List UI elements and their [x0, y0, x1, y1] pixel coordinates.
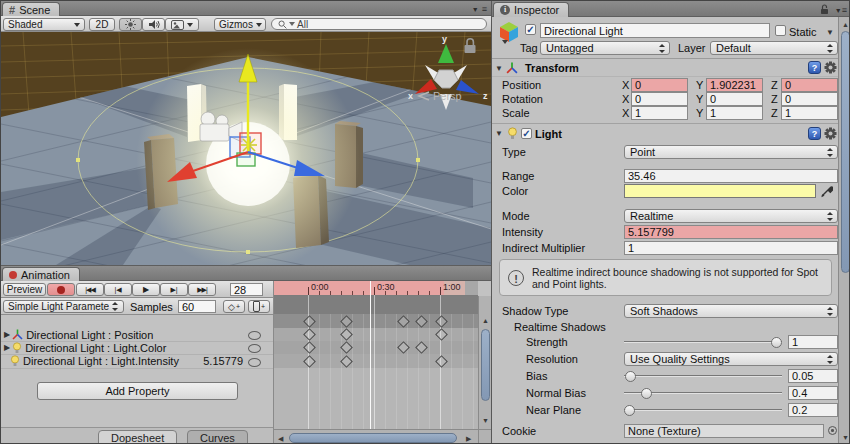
bias-slider[interactable]	[624, 369, 782, 382]
light-header[interactable]: ▼ ✓ Light ?	[492, 124, 838, 142]
gizmos-dropdown[interactable]: Gizmos	[214, 18, 266, 31]
property-value[interactable]: 5.15779	[203, 355, 243, 367]
scroll-right-icon[interactable]: ▶	[466, 435, 471, 442]
scene-panel-menu-icon[interactable]: ▼≡	[472, 4, 487, 14]
strength-slider[interactable]	[624, 335, 782, 348]
tab-scene[interactable]: # Scene	[2, 2, 60, 16]
resolution-dropdown[interactable]: Use Quality Settings	[624, 352, 838, 366]
samples-field[interactable]: 60	[178, 300, 216, 313]
audio-toggle-icon[interactable]	[142, 18, 165, 31]
scroll-down-icon[interactable]: ▼	[842, 434, 849, 441]
strength-field[interactable]: 1	[788, 335, 838, 349]
normal-bias-slider[interactable]	[624, 386, 782, 399]
add-property-button[interactable]: Add Property	[37, 382, 238, 400]
cookie-object-field[interactable]: None (Texture)	[624, 424, 824, 438]
keyframe-toggle[interactable]	[248, 331, 261, 340]
light-type-dropdown[interactable]: Point	[624, 145, 838, 159]
bias-slider-knob[interactable]	[625, 371, 636, 382]
scene-search-input[interactable]: All	[271, 18, 487, 30]
normal-bias-field[interactable]: 0.4	[788, 386, 838, 400]
shaded-dropdown[interactable]: Shaded	[3, 18, 85, 31]
next-frame-button[interactable]: ▶|	[160, 283, 188, 296]
transform-header[interactable]: ▼ Transform ?	[492, 59, 838, 77]
anim-property-row-position[interactable]: ▶ Directional Light : Position	[1, 328, 273, 342]
hscroll-thumb[interactable]	[289, 433, 457, 443]
tab-animation[interactable]: Animation	[2, 267, 80, 281]
eyedropper-icon[interactable]	[820, 184, 833, 198]
color-swatch[interactable]	[624, 184, 816, 198]
foldout-icon[interactable]: ▼	[495, 129, 503, 138]
rotation-x-field[interactable]: 0	[631, 92, 688, 106]
foldout-icon[interactable]: ▶	[4, 343, 10, 352]
intensity-field[interactable]: 5.157799	[624, 225, 838, 239]
mode-dropdown[interactable]: Realtime	[624, 209, 838, 223]
rotation-y-field[interactable]: 0	[706, 92, 763, 106]
static-checkbox[interactable]	[775, 25, 786, 36]
scale-z-field[interactable]: 1	[781, 106, 838, 120]
tag-dropdown[interactable]: Untagged	[540, 41, 670, 55]
add-event-button[interactable]: +	[248, 300, 270, 313]
play-button[interactable]: ▶	[132, 283, 160, 296]
rotation-z-field[interactable]: 0	[781, 92, 838, 106]
help-icon[interactable]: ?	[808, 127, 821, 140]
keyframe-toggle[interactable]	[248, 344, 261, 353]
scene-viewport[interactable]: y x z Persp	[1, 32, 491, 265]
near-plane-slider[interactable]	[624, 403, 782, 416]
effects-dropdown[interactable]	[165, 18, 199, 31]
keyframe-toggle[interactable]	[248, 358, 261, 367]
tab-inspector[interactable]: i Inspector	[493, 2, 569, 17]
lighting-toggle-icon[interactable]	[119, 18, 142, 31]
vscroll-thumb[interactable]	[481, 329, 490, 401]
prev-frame-button[interactable]: |◀	[104, 283, 132, 296]
dopesheet-timeline[interactable]: ▲ ▼ ◀ ▶ 0:000:301:00	[274, 281, 491, 444]
record-button[interactable]	[47, 283, 75, 296]
normal-bias-slider-knob[interactable]	[641, 388, 652, 399]
help-icon[interactable]: ?	[808, 61, 821, 74]
near-plane-field[interactable]: 0.2	[788, 403, 838, 417]
shadow-type-dropdown[interactable]: Soft Shadows	[624, 304, 838, 318]
indirect-multiplier-field[interactable]: 1	[624, 241, 838, 255]
position-x-field[interactable]: 0	[631, 78, 688, 92]
layer-dropdown[interactable]: Default	[710, 41, 838, 55]
scroll-up-icon[interactable]: ▲	[482, 317, 489, 324]
light-enabled-checkbox[interactable]: ✓	[521, 128, 532, 139]
add-keyframe-button[interactable]: ◇+	[223, 300, 245, 313]
bias-field[interactable]: 0.05	[788, 369, 838, 383]
strength-slider-knob[interactable]	[771, 337, 782, 348]
tab-dopesheet[interactable]: Dopesheet	[98, 430, 177, 444]
scroll-up-icon[interactable]: ▲	[842, 21, 849, 28]
static-dropdown-icon[interactable]: ▼	[826, 28, 834, 37]
gameobject-name-field[interactable]: Directional Light	[540, 23, 770, 38]
timeline-vscrollbar[interactable]: ▲ ▼	[478, 296, 491, 429]
scale-x-field[interactable]: 1	[631, 106, 688, 120]
tab-curves[interactable]: Curves	[187, 430, 248, 444]
anim-property-row-light-intensity[interactable]: Directional Light : Light.Intensity 5.15…	[1, 354, 273, 369]
foldout-icon[interactable]: ▶	[4, 330, 10, 339]
goto-begin-button[interactable]: |◀◀	[76, 283, 104, 296]
playhead[interactable]	[370, 281, 371, 429]
lock-icon[interactable]	[820, 4, 829, 15]
near-plane-slider-knob[interactable]	[624, 405, 635, 416]
range-field[interactable]: 35.46	[624, 169, 838, 183]
goto-end-button[interactable]: ▶▶|	[188, 283, 216, 296]
foldout-icon[interactable]: ▼	[495, 64, 503, 73]
preview-toggle-button[interactable]: Preview	[3, 283, 46, 296]
inspector-scroll-thumb[interactable]	[841, 31, 850, 273]
current-frame-field[interactable]: 28	[230, 283, 263, 296]
2d-toggle-button[interactable]: 2D	[89, 18, 115, 31]
gear-icon[interactable]	[824, 61, 837, 74]
anim-property-row-light-color[interactable]: ▶ Directional Light : Light.Color	[1, 341, 273, 355]
position-z-field[interactable]: 0	[781, 78, 838, 92]
gameobject-enabled-checkbox[interactable]: ✓	[525, 24, 536, 35]
inspector-scrollbar[interactable]: ▲ ▼	[838, 17, 850, 444]
clip-dropdown[interactable]: Simple Light Parameter	[3, 300, 124, 313]
scroll-down-icon[interactable]: ▼	[482, 417, 489, 424]
timeline-empty-area[interactable]	[274, 368, 478, 429]
gameobject-cube-icon[interactable]	[497, 20, 521, 44]
inspector-panel-menu-icon[interactable]: ▼≡	[835, 5, 847, 15]
gear-icon[interactable]	[824, 127, 837, 140]
timeline-hscrollbar[interactable]: ◀ ▶	[274, 429, 478, 444]
position-y-field[interactable]: 1.902231	[706, 78, 763, 92]
object-picker-icon[interactable]	[828, 426, 837, 435]
scale-y-field[interactable]: 1	[706, 106, 763, 120]
